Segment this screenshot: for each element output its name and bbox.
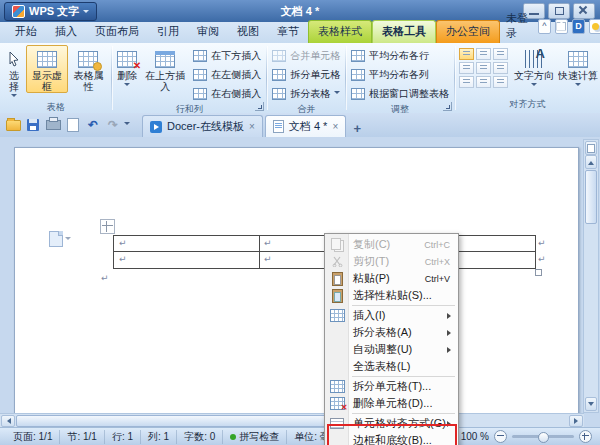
menu-item-cell-alignment[interactable]: 单元格对齐方式(G)	[325, 415, 458, 432]
scroll-up-button[interactable]	[585, 155, 597, 169]
button-label: 选择	[5, 70, 23, 92]
new-tab-button[interactable]: +	[348, 119, 366, 137]
text-direction-icon	[525, 50, 543, 68]
menu-item-insert[interactable]: 插入(I)	[325, 307, 458, 324]
insert-right-button[interactable]: 在右侧插入	[190, 84, 264, 103]
split-cells-button[interactable]: 拆分单元格	[269, 65, 343, 84]
align-bottom-right-button[interactable]	[493, 76, 508, 88]
shirt-icon	[556, 22, 566, 31]
zoom-control: 100 %	[461, 430, 594, 443]
login-status[interactable]: 未登录	[506, 11, 532, 41]
scroll-down-button[interactable]	[585, 397, 597, 411]
align-middle-right-button[interactable]	[493, 62, 508, 74]
split-table-button[interactable]: 拆分表格	[269, 84, 343, 103]
menu-separator	[352, 376, 455, 377]
print-preview-button[interactable]	[64, 116, 82, 134]
tab-table-styles[interactable]: 表格样式	[308, 20, 372, 43]
quick-calc-button[interactable]: 快速计算	[558, 45, 598, 90]
properties-badge-icon	[93, 62, 102, 71]
tab-insert[interactable]: 插入	[46, 21, 86, 43]
paragraph-mark: ↵	[119, 239, 127, 248]
dialog-launcher-icon[interactable]	[443, 102, 452, 111]
paste-options-button[interactable]	[49, 231, 63, 247]
menu-item-borders-and-shading[interactable]: 边框和底纹(B)...	[325, 432, 458, 445]
customize-toolbar-icon[interactable]	[124, 122, 130, 128]
open-button[interactable]	[4, 116, 22, 134]
scroll-right-button[interactable]	[569, 415, 583, 427]
tab-office-space[interactable]: 办公空间	[436, 20, 500, 43]
submenu-arrow-icon	[447, 347, 454, 353]
tab-section[interactable]: 章节	[268, 21, 308, 43]
table-move-handle[interactable]	[100, 219, 115, 234]
show-gridlines-button[interactable]: 显示虚框	[26, 45, 68, 93]
tab-references[interactable]: 引用	[148, 21, 188, 43]
arrow-left-icon	[4, 418, 11, 424]
close-tab-icon[interactable]	[249, 122, 255, 132]
menu-item-paste-special[interactable]: 选择性粘贴(S)...	[325, 287, 458, 304]
dialog-launcher-icon[interactable]	[255, 102, 264, 111]
scrollbar-thumb[interactable]	[585, 170, 597, 224]
zoom-out-button[interactable]	[494, 430, 507, 443]
tab-home[interactable]: 开始	[6, 21, 46, 43]
zoom-level[interactable]: 100 %	[461, 431, 489, 442]
doc-tab-docer[interactable]: Docer-在线模板	[142, 115, 263, 137]
undo-button[interactable]: ↶	[84, 116, 102, 134]
menu-item-select-table[interactable]: 全选表格(L)	[325, 358, 458, 375]
docer-icon[interactable]: D	[572, 19, 585, 34]
menu-item-split-cells[interactable]: 拆分单元格(T)...	[325, 378, 458, 395]
chevron-down-icon[interactable]	[65, 237, 71, 243]
close-tab-icon[interactable]	[332, 122, 338, 132]
redo-button[interactable]: ↷	[104, 116, 122, 134]
vertical-scrollbar[interactable]	[583, 139, 599, 413]
status-page: 页面: 1/1	[6, 430, 60, 444]
status-line: 行: 1	[105, 430, 141, 444]
status-spellcheck[interactable]: 拼写检查	[223, 430, 287, 444]
align-bottom-center-button[interactable]	[476, 76, 491, 88]
print-button[interactable]	[44, 116, 62, 134]
doc-tab-document4[interactable]: 文档 4 *	[265, 115, 346, 137]
menu-item-delete-cells[interactable]: ✕ 删除单元格(D)...	[325, 395, 458, 412]
tab-review[interactable]: 审阅	[188, 21, 228, 43]
submenu-arrow-icon	[447, 313, 454, 319]
tab-page-layout[interactable]: 页面布局	[86, 21, 148, 43]
zoom-slider-thumb[interactable]	[538, 432, 549, 443]
align-middle-left-button[interactable]	[459, 62, 474, 74]
zoom-in-button[interactable]	[579, 430, 592, 443]
insert-below-button[interactable]: 在下方插入	[190, 46, 264, 65]
horizontal-scrollbar[interactable]	[0, 413, 584, 428]
tab-view[interactable]: 视图	[228, 21, 268, 43]
docer-tab-icon	[150, 121, 162, 133]
menu-item-autofit[interactable]: 自动调整(U)	[325, 341, 458, 358]
insert-above-button[interactable]: 在上方插入	[140, 45, 190, 93]
fit-window-button[interactable]: 根据窗口调整表格	[348, 84, 452, 103]
weather-icon[interactable]	[589, 19, 600, 34]
skin-icon[interactable]	[555, 19, 568, 34]
chevron-down-icon[interactable]	[83, 10, 89, 16]
align-bottom-left-button[interactable]	[459, 76, 474, 88]
align-top-center-button[interactable]	[476, 48, 491, 60]
paragraph-mark: ↵	[119, 255, 127, 264]
save-button[interactable]	[24, 116, 42, 134]
menu-item-paste[interactable]: 粘贴(P) Ctrl+V	[325, 270, 458, 287]
button-label: 拆分单元格	[290, 68, 340, 82]
status-word-count[interactable]: 字数: 0	[177, 430, 223, 444]
text-direction-button[interactable]: 文字方向	[510, 45, 558, 90]
insert-left-button[interactable]: 在左侧插入	[190, 65, 264, 84]
delete-button[interactable]: ✕ 删除	[114, 45, 140, 90]
tab-table-tools[interactable]: 表格工具	[372, 20, 436, 43]
wps-menu-button[interactable]: WPS 文字	[4, 2, 97, 21]
zoom-slider[interactable]	[512, 435, 574, 438]
ruler-toggle-button[interactable]	[585, 141, 597, 155]
table-properties-button[interactable]: 表格属性	[68, 45, 110, 93]
distribute-rows-button[interactable]: 平均分布各行	[348, 46, 452, 65]
menu-item-split-table[interactable]: 拆分表格(A)	[325, 324, 458, 341]
document-page[interactable]: ↵ ↵ ↵ ↵ ↵ ↵ ↵	[14, 147, 579, 414]
select-button[interactable]: 选择	[2, 45, 26, 101]
align-top-right-button[interactable]	[493, 48, 508, 60]
table-resize-handle[interactable]	[535, 269, 542, 276]
collapse-ribbon-icon[interactable]: ^	[538, 19, 551, 34]
scroll-left-button[interactable]	[1, 415, 15, 427]
align-middle-center-button[interactable]	[476, 62, 491, 74]
align-top-left-button[interactable]	[459, 48, 474, 60]
distribute-columns-button[interactable]: 平均分布各列	[348, 65, 452, 84]
